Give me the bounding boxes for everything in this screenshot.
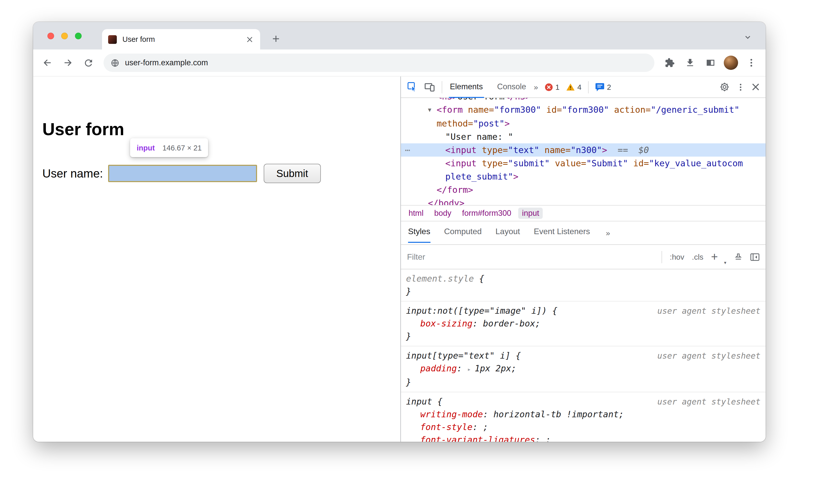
traffic-light-zoom[interactable]: [75, 33, 82, 39]
stylesheet-origin: user agent stylesheet: [651, 305, 760, 317]
styles-filter-bar: :hov .cls + ▾: [401, 245, 765, 269]
browser-menu-kebab-icon[interactable]: [742, 54, 760, 72]
tab-close-icon[interactable]: [245, 35, 254, 44]
sidebar-tab-layout[interactable]: Layout: [496, 221, 520, 243]
expand-arrow-icon[interactable]: ▼: [428, 104, 437, 117]
tab-title: User form: [122, 35, 239, 43]
tooltip-element-name: input: [137, 143, 155, 152]
breadcrumb: htmlbodyform#form300input: [401, 205, 765, 221]
issues-badge[interactable]: 2: [595, 83, 611, 91]
node-menu-icon[interactable]: ⋯: [405, 143, 410, 157]
elements-tree: <h3>User form</h3>▼<form name="form300" …: [401, 98, 765, 205]
new-style-rule-button[interactable]: +: [711, 251, 718, 263]
toolbar-separator: [588, 81, 589, 93]
style-rule-close-brace: }: [406, 376, 760, 389]
style-rule-selector[interactable]: input {user agent stylesheet: [406, 395, 760, 408]
styles-sidebar-tab-bar: StylesComputedLayoutEvent Listeners »: [401, 221, 765, 245]
site-info-globe-icon[interactable]: [111, 59, 119, 67]
computed-panel-toggle-icon[interactable]: [750, 253, 759, 261]
node-input-text[interactable]: ⋯<input type="text" name="n300"> == $0: [401, 143, 765, 157]
browser-tab[interactable]: User form: [102, 29, 260, 49]
style-declaration-font-variant-ligatures[interactable]: font-variant-ligatures: ;: [406, 434, 760, 442]
inspect-element-icon[interactable]: [407, 82, 418, 92]
screen: User form: [0, 0, 824, 504]
side-panel-icon[interactable]: [701, 54, 720, 72]
address-bar[interactable]: user-form.example.com: [104, 54, 654, 72]
node-input-submit[interactable]: <input type="submit" value="Submit" id="…: [401, 157, 765, 183]
page-title: User form: [42, 119, 124, 139]
forward-button[interactable]: [59, 54, 77, 72]
style-rule-selector[interactable]: element.style {: [406, 273, 760, 285]
traffic-light-close[interactable]: [47, 33, 54, 39]
breadcrumb-body[interactable]: body: [431, 208, 455, 219]
submit-button[interactable]: Submit: [264, 164, 321, 183]
settings-gear-icon[interactable]: [720, 82, 729, 92]
styles-filter-input[interactable]: [407, 252, 654, 262]
error-badge[interactable]: 1: [545, 83, 559, 91]
more-sidebar-tabs-icon[interactable]: »: [606, 228, 610, 237]
style-rule-selector[interactable]: input[type="text" i] {user agent stylesh…: [406, 349, 760, 362]
extensions-puzzle-icon[interactable]: [660, 54, 679, 72]
devtools-panel: ElementsConsole » 1 4: [400, 77, 765, 442]
back-button[interactable]: [38, 54, 57, 72]
profile-avatar[interactable]: [724, 56, 738, 70]
url-text: user-form.example.com: [125, 58, 208, 67]
tab-strip: User form: [33, 22, 765, 49]
window-controls: [47, 33, 82, 39]
sidebar-tab-computed[interactable]: Computed: [444, 221, 482, 243]
toolbar-separator: [442, 81, 442, 93]
stylesheet-origin: user agent stylesheet: [651, 395, 760, 408]
browser-toolbar: user-form.example.com: [33, 49, 765, 77]
devtools-toolbar: ElementsConsole » 1 4: [401, 77, 765, 98]
style-rule-close-brace: }: [406, 330, 760, 343]
breadcrumb-form-form300[interactable]: form#form300: [458, 208, 515, 219]
sidebar-tab-event-listeners[interactable]: Event Listeners: [534, 221, 590, 243]
browser-window: User form: [33, 22, 765, 442]
devtools-panel-tabs: ElementsConsole: [449, 76, 527, 98]
node-form-open[interactable]: ▼<form name="form300" id="form300" actio…: [401, 103, 765, 130]
sidebar-tab-styles[interactable]: Styles: [408, 221, 430, 243]
node-text-user-name[interactable]: "User name: ": [401, 130, 765, 143]
warning-count: 4: [578, 83, 582, 91]
node-body-close[interactable]: </body>: [401, 196, 765, 205]
device-toolbar-icon[interactable]: [424, 82, 435, 92]
style-rule-element-style: element.style {}: [401, 269, 765, 301]
issue-count: 2: [607, 83, 611, 91]
devtools-tab-elements[interactable]: Elements: [449, 76, 484, 98]
expand-value-icon[interactable]: ▸: [467, 366, 475, 373]
filter-separator: [661, 251, 662, 263]
error-count: 1: [555, 83, 559, 91]
tab-search-chevron-icon[interactable]: [741, 31, 754, 44]
style-rule-close-brace: }: [406, 285, 760, 298]
inspect-tooltip: input 146.67 × 21: [130, 138, 208, 157]
element-classes-toggle[interactable]: .cls: [692, 253, 703, 261]
traffic-light-minimize[interactable]: [61, 33, 68, 39]
download-icon[interactable]: [681, 54, 699, 72]
more-panels-icon[interactable]: »: [534, 83, 538, 91]
warning-badge[interactable]: 4: [566, 83, 582, 91]
tab-favicon: [108, 35, 117, 43]
style-rule-selector[interactable]: input:not([type="image" i]) {user agent …: [406, 305, 760, 317]
styles-sections: element.style {}input:not([type="image" …: [401, 269, 765, 442]
format-styles-icon[interactable]: [734, 253, 743, 261]
breadcrumb-input[interactable]: input: [518, 208, 543, 219]
elements-tree-inner: <h3>User form</h3>▼<form name="form300" …: [401, 98, 765, 205]
node-form-close[interactable]: </form>: [401, 183, 765, 196]
username-input[interactable]: [108, 165, 257, 182]
node-h3[interactable]: <h3>User form</h3>: [401, 98, 765, 103]
style-declaration-padding[interactable]: padding: ▸ 1px 2px;: [406, 362, 760, 376]
breadcrumb-html[interactable]: html: [405, 208, 427, 219]
devtools-tab-console[interactable]: Console: [496, 76, 527, 98]
new-style-rule-caret-icon[interactable]: ▾: [724, 260, 726, 269]
webpage: User form input 146.67 × 21 User name: S…: [33, 77, 400, 442]
style-declaration-box-sizing[interactable]: box-sizing: border-box;: [406, 317, 760, 330]
pseudo-state-toggle[interactable]: :hov: [670, 253, 684, 261]
reload-button[interactable]: [79, 54, 97, 72]
username-label: User name:: [42, 167, 103, 180]
devtools-menu-kebab-icon[interactable]: [736, 82, 745, 92]
style-declaration-writing-mode[interactable]: writing-mode: horizontal-tb !important;: [406, 408, 760, 421]
style-declaration-font-style[interactable]: font-style: ;: [406, 421, 760, 434]
styles-sidebar-tabs: StylesComputedLayoutEvent Listeners: [408, 221, 590, 243]
devtools-close-icon[interactable]: [752, 83, 759, 91]
new-tab-button[interactable]: [269, 32, 283, 46]
